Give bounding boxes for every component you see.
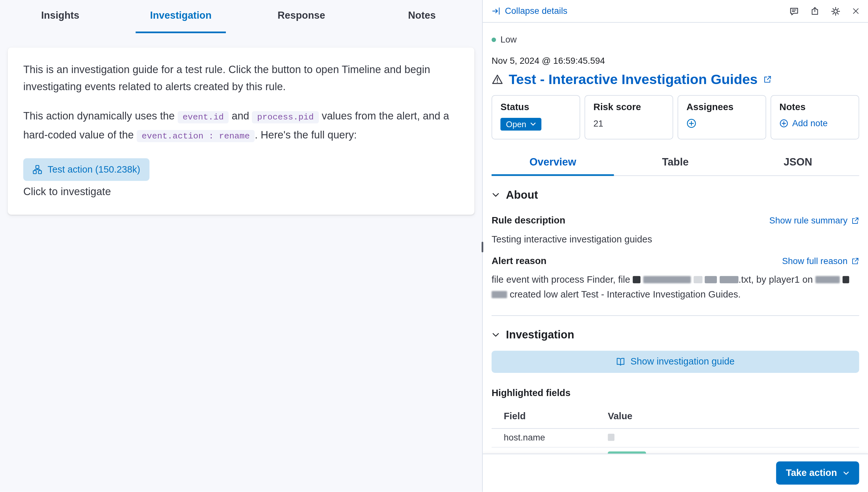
about-section-toggle[interactable]: About (492, 189, 859, 202)
code-event-action-rename: event.action : rename (137, 130, 255, 142)
guide-intro-paragraph: This is an investigation guide for a tes… (23, 61, 459, 95)
redacted-text (643, 276, 691, 283)
add-assignee-icon[interactable] (686, 119, 696, 128)
severity-dot-icon (492, 38, 496, 42)
share-icon[interactable] (810, 7, 819, 16)
book-icon (616, 358, 625, 366)
redacted-text (816, 276, 840, 283)
field-cell: host.name (492, 428, 596, 447)
status-dropdown[interactable]: Open (500, 118, 541, 131)
section-divider (492, 315, 859, 316)
alert-reason-row: Alert reason Show full reason (492, 256, 859, 267)
tab-overview[interactable]: Overview (492, 151, 614, 175)
agent-status-badge: Healthy (608, 451, 646, 454)
tab-investigation[interactable]: Investigation (120, 0, 241, 33)
severity-badge: Low (492, 35, 859, 45)
alert-title-row: Test - Interactive Investigation Guides (492, 71, 859, 88)
take-action-button[interactable]: Take action (776, 461, 859, 485)
security-alert-page: Insights Investigation Response Notes Th… (0, 0, 868, 492)
table-row: agent.status Healthy (492, 447, 859, 454)
collapse-details-label: Collapse details (505, 6, 567, 16)
tab-table[interactable]: Table (614, 151, 736, 175)
show-rule-summary-link[interactable]: Show rule summary (769, 216, 859, 226)
collapse-details-button[interactable]: Collapse details (492, 6, 567, 16)
take-action-label: Take action (786, 468, 837, 478)
show-rule-summary-label: Show rule summary (769, 216, 848, 226)
tab-investigation-label: Investigation (136, 0, 226, 33)
table-header-row: Field Value (492, 405, 859, 428)
table-row: host.name (492, 428, 859, 447)
add-note-label: Add note (792, 119, 828, 128)
show-investigation-guide-button[interactable]: Show investigation guide (492, 351, 859, 373)
guide-action-paragraph: This action dynamically uses the event.i… (23, 107, 459, 145)
chevron-down-icon (492, 191, 500, 199)
chat-icon[interactable] (790, 6, 799, 16)
tab-notes[interactable]: Notes (361, 0, 482, 33)
assignees-label: Assignees (686, 102, 757, 113)
tab-notes-label: Notes (394, 0, 450, 33)
risk-score-card: Risk score 21 (584, 95, 673, 140)
click-to-investigate-caption: Click to investigate (23, 186, 459, 198)
status-value: Open (506, 120, 526, 129)
flyout-body: Low Nov 5, 2024 @ 16:59:45.594 Test - In… (483, 23, 868, 453)
value-cell: Healthy (596, 447, 859, 454)
show-investigation-guide-label: Show investigation guide (631, 356, 735, 367)
about-section-title: About (506, 189, 538, 202)
flyout-footer: Take action (483, 454, 868, 492)
redacted-text (608, 434, 614, 441)
reason-text: created low alert Test - Interactive Inv… (510, 290, 741, 300)
gear-icon[interactable] (831, 6, 840, 16)
guide-text: This action dynamically uses the (23, 110, 178, 122)
investigation-section-title: Investigation (506, 329, 574, 342)
chevron-down-icon (492, 331, 500, 339)
popout-icon (851, 257, 859, 265)
field-cell: agent.status (492, 447, 596, 454)
tab-insights[interactable]: Insights (0, 0, 120, 33)
caret-down-icon (530, 122, 536, 126)
redacted-text (694, 276, 702, 283)
alert-reason-label: Alert reason (492, 256, 546, 267)
notes-label: Notes (779, 102, 850, 113)
redacted-text (720, 276, 738, 283)
field-column-header: Field (492, 405, 596, 428)
value-cell (596, 428, 859, 447)
guide-text: . Here's the full query: (255, 129, 357, 140)
highlighted-fields-title: Highlighted fields (492, 388, 859, 399)
code-process-pid: process.pid (252, 111, 319, 123)
flyout-header-actions (790, 6, 860, 16)
alert-rule-title[interactable]: Test - Interactive Investigation Guides (509, 71, 758, 88)
close-icon[interactable] (852, 7, 860, 15)
alert-stat-cards: Status Open Risk score 21 Assignees (492, 95, 859, 140)
show-full-reason-link[interactable]: Show full reason (782, 256, 859, 266)
investigation-section-toggle[interactable]: Investigation (492, 329, 859, 342)
reason-text: .txt, by player1 on (738, 274, 813, 285)
external-link-icon[interactable] (763, 75, 772, 83)
flyout-header: Collapse details (483, 0, 868, 23)
risk-score-value: 21 (593, 119, 664, 129)
alert-detail-tabs: Insights Investigation Response Notes (0, 0, 482, 33)
highlighted-fields-table: Field Value host.name agent.status Healt… (492, 405, 859, 453)
panel-resize-handle[interactable] (482, 242, 483, 252)
caret-down-icon (843, 471, 849, 475)
value-column-header: Value (596, 405, 859, 428)
redacted-text (492, 291, 507, 298)
add-note-button[interactable]: Add note (779, 119, 828, 128)
redacted-text (705, 276, 717, 283)
test-action-label: Test action (150.238k) (48, 164, 140, 175)
tab-json[interactable]: JSON (736, 151, 859, 175)
redacted-text (843, 276, 849, 283)
plus-in-circle-icon (779, 119, 788, 127)
severity-label: Low (500, 35, 516, 45)
status-card: Status Open (492, 95, 580, 140)
code-event-id: event.id (178, 111, 229, 123)
popout-icon (851, 217, 859, 225)
test-action-button[interactable]: Test action (150.238k) (23, 158, 149, 181)
flyout-tabs: Overview Table JSON (492, 151, 859, 176)
assignees-card: Assignees (678, 95, 766, 140)
alert-details-flyout: Collapse details Low (483, 0, 868, 492)
warning-icon (492, 74, 503, 84)
status-label: Status (500, 102, 571, 113)
tab-response[interactable]: Response (241, 0, 361, 33)
show-full-reason-label: Show full reason (782, 256, 847, 266)
alert-timestamp: Nov 5, 2024 @ 16:59:45.594 (492, 56, 859, 66)
